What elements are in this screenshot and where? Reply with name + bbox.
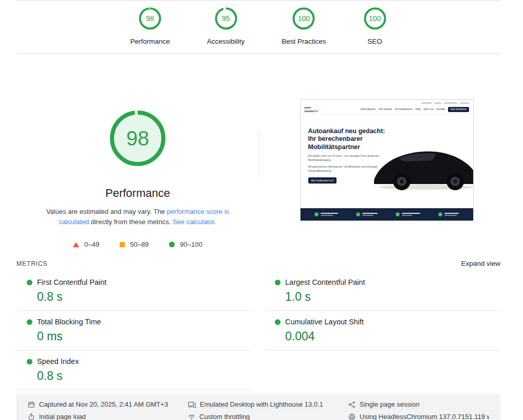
category-scores-band: 98 Performance 95 Accessibility	[16, 0, 500, 54]
metric-name: Cumulative Layout Shift	[285, 318, 364, 326]
site-nav-item: FAQ	[416, 108, 421, 111]
metric-value: 1.0 s	[285, 290, 500, 304]
seo-gauge-icon: 100	[363, 7, 387, 30]
metric-value: 0 ms	[37, 330, 252, 343]
site-nav-item: Ihre Vorteile	[379, 108, 392, 111]
legend-average: 50–89	[120, 241, 148, 248]
score-label: Performance	[130, 38, 170, 45]
see-calculator-link[interactable]: See calculator.	[173, 218, 216, 226]
site-feature-strip: ✓ ✓ ✓ ✓	[301, 208, 473, 221]
emulated-device[interactable]: Emulated Desktop with Lighthouse 13.0.1	[188, 400, 348, 408]
user-agent[interactable]: Using HeadlessChromium 137.0.7151.119 wi…	[348, 413, 489, 420]
page-screenshot-thumbnail[interactable]: auto ankauf Informationen Ihre Vorteile …	[300, 99, 474, 221]
throttling-setting[interactable]: Custom throttling	[188, 413, 348, 420]
pass-circle-icon	[169, 242, 175, 247]
score-disclaimer: Values are estimated and may vary. The p…	[42, 207, 233, 227]
score-value: 98	[138, 7, 162, 30]
chromium-icon	[348, 413, 356, 420]
pass-dot-icon	[27, 319, 32, 325]
logo-accent	[315, 111, 318, 112]
fail-triangle-icon	[73, 242, 79, 247]
metrics-title: METRICS	[16, 260, 47, 267]
metrics-grid: First Contentful Paint 0.8 s Total Block…	[16, 271, 500, 390]
check-icon: ✓	[356, 212, 360, 216]
score-label: Accessibility	[207, 38, 245, 45]
pass-dot-icon	[275, 319, 281, 325]
score-performance[interactable]: 98 Performance	[130, 7, 170, 45]
metric-name: Speed Index	[37, 357, 79, 366]
legend-fail: 0–49	[73, 241, 99, 248]
accessibility-gauge-icon: 95	[214, 7, 238, 30]
pass-dot-icon	[27, 280, 32, 285]
average-square-icon	[120, 242, 125, 247]
score-accessibility[interactable]: 95 Accessibility	[207, 7, 245, 45]
meta-column-capture: Captured at Nov 20, 2025, 2:41 AM GMT+3 …	[28, 400, 188, 420]
site-logo: auto ankauf	[305, 106, 319, 113]
stopwatch-icon	[28, 413, 35, 420]
devices-icon	[188, 401, 196, 408]
run-settings-bar: Captured at Nov 20, 2025, 2:41 AM GMT+3 …	[16, 394, 500, 420]
score-value: 100	[292, 7, 315, 30]
site-hero: Autoankauf neu gedacht: Ihr berechenbare…	[301, 114, 473, 209]
page-load-mode: Initial page load	[28, 413, 188, 420]
metrics-column-right: Largest Contentful Paint 1.0 s Cumulativ…	[265, 271, 500, 390]
main-performance-gauge: 98	[108, 108, 167, 168]
site-nav-item: Informationen	[361, 108, 376, 111]
site-utility-bar	[301, 100, 473, 105]
car-image	[372, 130, 474, 196]
site-paragraph: Wir kaufen nicht nur Ihr Auto – wir mana…	[308, 154, 381, 162]
check-icon: ✓	[438, 212, 442, 216]
disclaimer-text: directly from these metrics.	[89, 218, 173, 226]
score-value: 95	[214, 7, 238, 30]
site-feature: ✓	[438, 212, 459, 216]
site-cta-button: Wie funktioniert es?	[308, 177, 337, 184]
score-label: Best Practices	[282, 38, 326, 45]
session-share-icon	[348, 401, 356, 408]
score-legend: 0–49 50–89 90–100	[16, 241, 259, 248]
disclaimer-text: Values are estimated and may vary. The	[46, 208, 167, 215]
check-icon: ✓	[396, 212, 400, 216]
score-best-practices[interactable]: 100 Best Practices	[282, 7, 326, 45]
site-nav-item: So funktioniert's	[395, 108, 413, 111]
meta-column-session: Single page session Using HeadlessChromi…	[348, 400, 489, 420]
site-feature: ✓	[396, 212, 420, 216]
site-paragraph: Mit garantiertem Höchstpreis, null Bürok…	[308, 165, 381, 173]
metric-largest-contentful-paint: Largest Contentful Paint 1.0 s	[265, 271, 500, 311]
metric-value: 0.8 s	[37, 290, 252, 304]
performance-gauge-icon: 98	[138, 7, 162, 30]
metric-first-contentful-paint: First Contentful Paint 0.8 s	[16, 271, 252, 311]
captured-at: Captured at Nov 20, 2025, 2:41 AM GMT+3	[28, 400, 188, 408]
metrics-column-left: First Contentful Paint 0.8 s Total Block…	[16, 271, 252, 390]
network-throttling-icon	[188, 414, 195, 420]
metric-name: Largest Contentful Paint	[285, 278, 365, 286]
session-type[interactable]: Single page session	[348, 400, 489, 408]
metric-value: 0.004	[285, 330, 500, 343]
calendar-icon	[28, 401, 35, 408]
metrics-header: METRICS Expand view	[16, 260, 500, 267]
best-practices-gauge-icon: 100	[292, 7, 315, 30]
performance-summary: 98 Performance Values are estimated and …	[16, 54, 500, 248]
metric-speed-index: Speed Index 0.8 s	[16, 351, 252, 390]
check-icon: ✓	[314, 212, 319, 216]
metric-value: 0.8 s	[37, 369, 252, 383]
site-navbar: auto ankauf Informationen Ihre Vorteile …	[301, 105, 473, 114]
main-score-value: 98	[108, 108, 167, 168]
score-value: 100	[363, 7, 387, 30]
metric-name: First Contentful Paint	[37, 278, 106, 286]
site-nav-item: Kontakt	[437, 108, 445, 111]
pass-dot-icon	[275, 280, 281, 285]
legend-range: 90–100	[180, 241, 202, 248]
pass-dot-icon	[27, 359, 32, 364]
score-seo[interactable]: 100 SEO	[363, 7, 387, 45]
site-nav-links: Informationen Ihre Vorteile So funktioni…	[361, 108, 445, 111]
scores-row: 98 Performance 95 Accessibility	[16, 7, 500, 45]
site-feature: ✓	[314, 212, 338, 216]
legend-range: 50–89	[130, 241, 148, 248]
site-nav-item: Über uns	[423, 108, 433, 111]
metric-empty-cell	[265, 351, 500, 364]
site-feature: ✓	[356, 212, 378, 216]
performance-score-panel: 98 Performance Values are estimated and …	[16, 99, 259, 248]
metric-total-blocking-time: Total Blocking Time 0 ms	[16, 311, 252, 351]
expand-view-toggle[interactable]: Expand view	[461, 260, 500, 267]
performance-heading: Performance	[16, 187, 259, 200]
